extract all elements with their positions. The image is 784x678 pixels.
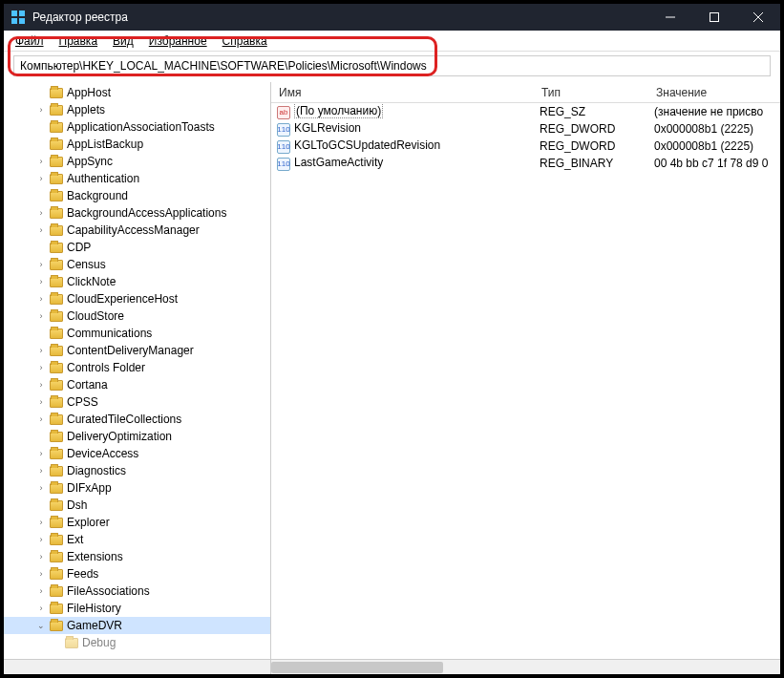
tree-item[interactable]: ›DeviceAccess (4, 445, 270, 462)
tree-item[interactable]: Debug (4, 634, 270, 651)
value-row[interactable]: 110KGLToGCSUpdatedRevisionREG_DWORD0x000… (271, 138, 780, 155)
tree-item[interactable]: ›CPSS (4, 393, 270, 411)
tree-item[interactable]: ›Census (4, 256, 270, 273)
chevron-right-icon[interactable]: › (36, 105, 46, 115)
chevron-right-icon[interactable]: › (36, 569, 46, 579)
tree-item[interactable]: AppListBackup (4, 136, 270, 153)
tree-item[interactable]: ›CuratedTileCollections (4, 411, 270, 428)
value-row[interactable]: 110LastGameActivityREG_BINARY00 4b bb c7… (271, 155, 780, 172)
tree-item[interactable]: ›BackgroundAccessApplications (4, 204, 270, 222)
chevron-right-icon[interactable]: › (36, 518, 46, 527)
tree-item-label: Cortana (67, 378, 108, 392)
tree-item[interactable]: Background (4, 187, 270, 204)
chevron-right-icon[interactable]: › (36, 311, 46, 321)
menu-file[interactable]: Файл (10, 32, 50, 50)
tree-item[interactable]: ›Ext (4, 531, 270, 548)
chevron-right-icon[interactable]: › (36, 225, 46, 235)
menu-help[interactable]: Справка (217, 32, 273, 50)
chevron-right-icon[interactable]: › (36, 294, 46, 304)
tree-item-label: BackgroundAccessApplications (67, 206, 226, 220)
tree-item-label: AppListBackup (67, 138, 143, 151)
minimize-button[interactable] (648, 4, 692, 31)
tree-item[interactable]: Dsh (4, 497, 270, 514)
tree-item-label: Communications (67, 327, 152, 340)
value-name: KGLRevision (294, 121, 361, 135)
tree-item-label: Explorer (67, 516, 110, 529)
chevron-right-icon[interactable]: › (36, 397, 46, 407)
folder-icon (50, 277, 63, 287)
folder-icon (50, 346, 63, 356)
tree-panel[interactable]: AppHost›AppletsApplicationAssociationToa… (4, 82, 271, 659)
chevron-right-icon[interactable]: › (36, 380, 46, 390)
column-value[interactable]: Значение (648, 86, 780, 99)
tree-item[interactable]: ›ClickNote (4, 273, 270, 290)
tree-item[interactable]: ›AppSync (4, 153, 270, 170)
tree-item[interactable]: ›Authentication (4, 170, 270, 187)
value-type: REG_SZ (534, 105, 648, 118)
tree-item[interactable]: ›DIFxApp (4, 479, 270, 497)
tree-item[interactable]: ›Feeds (4, 565, 270, 583)
svg-rect-1 (19, 11, 25, 16)
tree-item-label: CDP (67, 241, 91, 254)
value-name: LastGameActivity (294, 156, 383, 169)
tree-item[interactable]: ›Cortana (4, 376, 270, 393)
chevron-right-icon[interactable]: › (36, 174, 46, 183)
tree-item[interactable]: ›Diagnostics (4, 462, 270, 479)
chevron-down-icon[interactable]: ⌄ (36, 621, 46, 630)
svg-rect-5 (710, 13, 719, 22)
app-icon (11, 11, 25, 24)
horizontal-scrollbar[interactable] (4, 659, 780, 674)
chevron-right-icon[interactable]: › (36, 414, 46, 424)
menu-view[interactable]: Вид (107, 32, 139, 50)
tree-item-label: Diagnostics (67, 464, 126, 477)
tree-item[interactable]: ›Extensions (4, 548, 270, 565)
tree-item[interactable]: ›Controls Folder (4, 359, 270, 376)
folder-icon (50, 586, 63, 597)
chevron-right-icon[interactable]: › (36, 157, 46, 166)
chevron-right-icon[interactable]: › (36, 586, 46, 596)
tree-item[interactable]: Communications (4, 325, 270, 342)
menu-edit[interactable]: Правка (53, 32, 104, 50)
tree-item[interactable]: AppHost (4, 84, 270, 101)
tree-item[interactable]: ›FileHistory (4, 600, 270, 617)
chevron-right-icon[interactable]: › (36, 346, 46, 355)
tree-item-label: Dsh (67, 498, 87, 512)
value-row[interactable]: ab(По умолчанию)REG_SZ(значение не присв… (271, 103, 780, 120)
tree-item[interactable]: ApplicationAssociationToasts (4, 118, 270, 136)
value-data: 0x000008b1 (2225) (648, 122, 780, 136)
column-name[interactable]: Имя (271, 86, 534, 99)
tree-item[interactable]: DeliveryOptimization (4, 428, 270, 445)
tree-item[interactable]: ›ContentDeliveryManager (4, 342, 270, 359)
values-panel[interactable]: Имя Тип Значение ab(По умолчанию)REG_SZ(… (271, 82, 780, 659)
chevron-right-icon[interactable]: › (36, 208, 46, 218)
string-value-icon: ab (277, 106, 290, 119)
chevron-right-icon[interactable]: › (36, 604, 46, 613)
chevron-right-icon[interactable]: › (36, 449, 46, 458)
tree-item[interactable]: CDP (4, 239, 270, 256)
folder-icon (50, 122, 63, 133)
tree-item[interactable]: ›Explorer (4, 514, 270, 531)
tree-item[interactable]: ›Applets (4, 101, 270, 118)
menu-favorites[interactable]: Избранное (143, 32, 213, 50)
close-button[interactable] (736, 4, 780, 31)
tree-item[interactable]: ›CloudExperienceHost (4, 290, 270, 307)
chevron-right-icon[interactable]: › (36, 277, 46, 286)
chevron-right-icon[interactable]: › (36, 260, 46, 269)
tree-item[interactable]: ›CapabilityAccessManager (4, 222, 270, 239)
folder-icon (50, 621, 63, 631)
window-title: Редактор реестра (32, 11, 648, 24)
tree-item[interactable]: ›FileAssociations (4, 583, 270, 600)
tree-item[interactable]: ›CloudStore (4, 307, 270, 325)
folder-icon (50, 294, 63, 305)
address-bar[interactable] (13, 55, 771, 76)
chevron-right-icon[interactable]: › (36, 466, 46, 476)
tree-item[interactable]: ⌄GameDVR (4, 617, 270, 634)
chevron-right-icon[interactable]: › (36, 483, 46, 493)
column-type[interactable]: Тип (534, 86, 648, 99)
chevron-right-icon[interactable]: › (36, 535, 46, 544)
folder-icon (50, 105, 63, 116)
chevron-right-icon[interactable]: › (36, 363, 46, 372)
maximize-button[interactable] (692, 4, 736, 31)
value-row[interactable]: 110KGLRevisionREG_DWORD0x000008b1 (2225) (271, 120, 780, 138)
chevron-right-icon[interactable]: › (36, 552, 46, 561)
